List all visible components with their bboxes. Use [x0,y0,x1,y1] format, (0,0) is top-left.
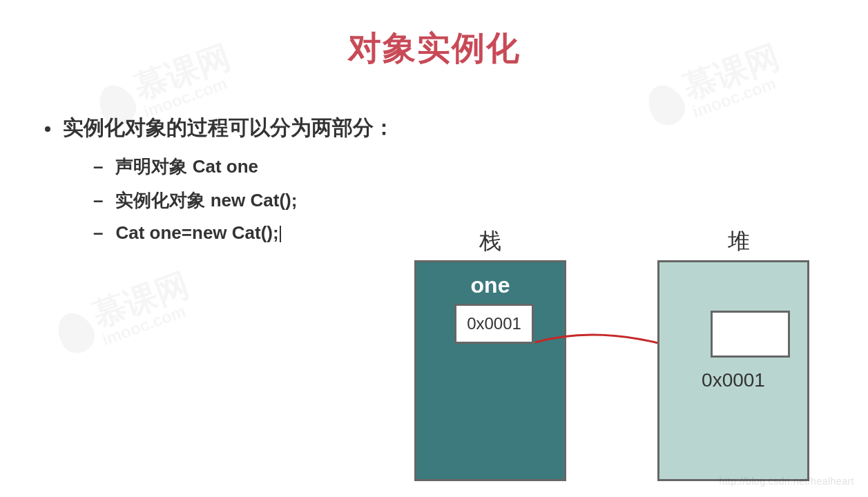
dash-icon: – [93,190,103,211]
watermark-en: imooc.com [691,71,790,121]
sub-item-text: 实例化对象 new Cat(); [115,188,297,213]
stack-value-box: 0x0001 [454,304,534,344]
flame-icon [50,306,101,360]
heap-memory-block: 0x0001 [657,260,809,481]
stack-memory-block: one 0x0001 [414,260,566,481]
bullet-dot-icon [45,126,50,132]
watermark-en: imooc.com [100,299,200,349]
sub-item-text: 声明对象 Cat one [115,155,258,179]
dash-icon: – [93,156,103,177]
watermark-en: imooc.com [142,71,241,121]
stack-variable-name: one [416,273,564,298]
bullet-main: 实例化对象的过程可以分为两部分： [45,114,837,142]
watermark-cn: 慕课网 [88,268,193,333]
memory-diagram: 栈 堆 one 0x0001 0x0001 [414,224,856,487]
sub-item: – 实例化对象 new Cat(); [93,188,837,213]
sub-item-text: Cat one=new Cat(); [115,222,280,244]
heap-address-label: 0x0001 [659,369,807,391]
dash-icon: – [93,222,103,244]
stack-value-text: 0x0001 [467,314,521,333]
watermark: 慕课网 imooc.com [51,268,199,362]
bullet-main-text: 实例化对象的过程可以分为两部分： [63,114,394,142]
sub-item: – 声明对象 Cat one [93,155,837,179]
heap-label: 堆 [711,226,766,257]
stack-label: 栈 [463,226,518,257]
page-title: 对象实例化 [0,26,868,70]
heap-object-box [711,311,790,358]
footer-url: http://blog.csdn.net/healheart [719,476,854,487]
